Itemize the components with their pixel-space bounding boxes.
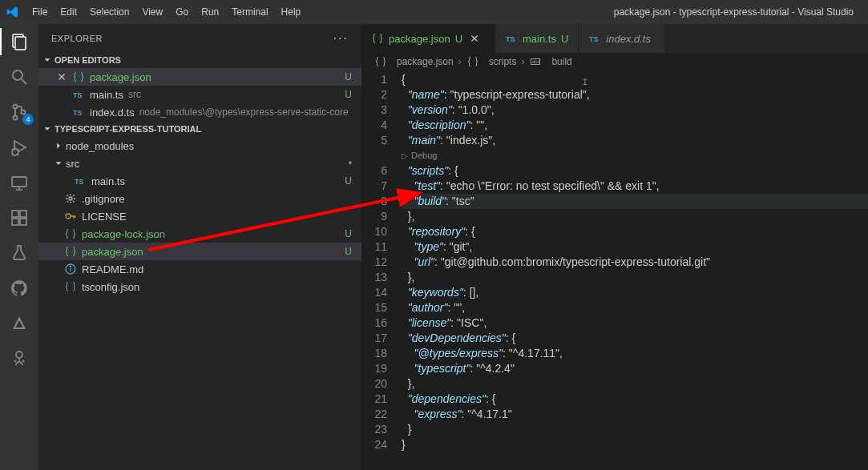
file-row[interactable]: LICENSE bbox=[38, 207, 361, 225]
code-line[interactable]: "url": "git@github.com:bromix/typescript… bbox=[402, 255, 868, 270]
breadcrumb-item[interactable]: build bbox=[551, 56, 571, 67]
close-icon[interactable] bbox=[56, 71, 67, 82]
editor-tab[interactable]: TS main.ts U bbox=[495, 24, 579, 53]
code-line[interactable]: "version": "1.0.0", bbox=[402, 102, 868, 118]
file-row[interactable]: package.json U bbox=[38, 243, 361, 260]
code-line[interactable]: "test": "echo \"Error: no test specified… bbox=[402, 179, 868, 194]
line-number: 17 bbox=[361, 331, 387, 346]
activity-source-control[interactable]: 4 bbox=[10, 102, 29, 122]
svg-point-29 bbox=[70, 266, 71, 267]
file-row[interactable]: package-lock.json U bbox=[38, 225, 361, 243]
file-row[interactable]: .gitignore bbox=[38, 190, 361, 207]
menu-selection[interactable]: Selection bbox=[83, 6, 135, 18]
code-line[interactable]: "main": "index.js", bbox=[402, 133, 868, 148]
file-name: package.json bbox=[82, 246, 143, 258]
open-editor-item[interactable]: package.json U bbox=[38, 68, 361, 86]
open-editor-item[interactable]: TS main.ts src U bbox=[38, 86, 361, 103]
menu-run[interactable]: Run bbox=[195, 6, 225, 18]
line-number: 2 bbox=[361, 87, 387, 102]
code-line[interactable]: "scripts": { bbox=[402, 163, 868, 179]
code-line[interactable]: { bbox=[402, 72, 868, 87]
code-line[interactable]: "name": "typescript-express-tutorial", bbox=[402, 87, 868, 102]
editor-tab[interactable]: TS index.d.ts bbox=[579, 24, 666, 53]
code-line[interactable]: "express": "^4.17.1" bbox=[402, 407, 868, 422]
ts-icon: TS bbox=[72, 106, 85, 119]
code-line[interactable]: }, bbox=[402, 376, 868, 392]
line-number: 9 bbox=[361, 209, 387, 224]
line-number: 7 bbox=[361, 179, 387, 194]
code-body[interactable]: { "name": "typescript-express-tutorial",… bbox=[402, 70, 868, 470]
code-line[interactable]: "type": "git", bbox=[402, 239, 868, 255]
breadcrumb-item[interactable]: package.json bbox=[397, 56, 454, 67]
breadcrumb-item[interactable]: scripts bbox=[489, 56, 517, 67]
svg-point-6 bbox=[22, 110, 26, 114]
activity-search[interactable] bbox=[10, 67, 29, 86]
ts-icon: TS bbox=[72, 88, 85, 101]
folder-row[interactable]: node_modules bbox=[38, 137, 361, 155]
code-line[interactable]: "keywords": [], bbox=[402, 285, 868, 300]
activity-remote[interactable] bbox=[10, 173, 29, 192]
folder-name: node_modules bbox=[66, 140, 134, 152]
code-line[interactable]: "@types/express": "^4.17.11", bbox=[402, 346, 868, 361]
code-line[interactable]: "description": "", bbox=[402, 118, 868, 133]
code-line[interactable]: "devDependencies": { bbox=[402, 331, 868, 346]
line-number: 12 bbox=[361, 255, 387, 270]
code-line[interactable]: }, bbox=[402, 209, 868, 224]
file-row[interactable]: tsconfig.json bbox=[38, 278, 361, 295]
activity-debug[interactable] bbox=[10, 138, 29, 157]
folder-row[interactable]: src • bbox=[38, 155, 361, 172]
explorer-title: EXPLORER bbox=[51, 34, 103, 43]
activity-extensions[interactable] bbox=[10, 208, 29, 227]
git-status: U bbox=[345, 89, 352, 100]
svg-rect-14 bbox=[20, 219, 26, 225]
file-name: package-lock.json bbox=[82, 228, 165, 240]
svg-point-4 bbox=[14, 105, 18, 109]
braces-icon bbox=[64, 227, 77, 240]
line-number: 24 bbox=[361, 437, 387, 452]
line-number: 4 bbox=[361, 118, 387, 133]
activity-explorer[interactable] bbox=[10, 32, 29, 51]
activity-tree[interactable] bbox=[10, 349, 29, 368]
menu-edit[interactable]: Edit bbox=[54, 6, 83, 18]
git-status: • bbox=[349, 159, 352, 168]
open-editors-section[interactable]: Open Editors bbox=[38, 52, 361, 68]
line-number: 16 bbox=[361, 315, 387, 331]
text-cursor-icon: 𝙸 bbox=[582, 74, 588, 90]
menu-help[interactable]: Help bbox=[275, 6, 308, 18]
file-row[interactable]: README.md bbox=[38, 260, 361, 278]
svg-point-16 bbox=[16, 351, 22, 358]
code-line[interactable]: "typescript": "^4.2.4" bbox=[402, 361, 868, 376]
code-line[interactable]: } bbox=[402, 422, 868, 437]
debug-codelens[interactable]: ▷Debug𝙸 bbox=[402, 148, 868, 163]
menu-go[interactable]: Go bbox=[169, 6, 195, 18]
file-row[interactable]: TS main.ts U bbox=[38, 172, 361, 190]
menu-view[interactable]: View bbox=[135, 6, 169, 18]
activity-azure[interactable] bbox=[10, 314, 29, 333]
open-editor-path: node_modules\@types\express-serve-static… bbox=[139, 106, 349, 118]
menu-terminal[interactable]: Terminal bbox=[225, 6, 274, 18]
code-line[interactable]: "dependencies": { bbox=[402, 392, 868, 407]
menu-file[interactable]: File bbox=[26, 6, 54, 18]
close-icon[interactable] bbox=[469, 33, 480, 44]
chevron-icon bbox=[53, 140, 64, 151]
code-line[interactable]: }, bbox=[402, 270, 868, 285]
svg-point-2 bbox=[13, 70, 22, 80]
info-icon bbox=[64, 263, 77, 275]
svg-text:abc: abc bbox=[532, 59, 540, 64]
breadcrumbs[interactable]: package.json›scripts›abcbuild bbox=[361, 53, 868, 70]
line-number: 5 bbox=[361, 133, 387, 148]
code-line[interactable]: "license": "ISC", bbox=[402, 315, 868, 331]
code-line[interactable]: "author": "", bbox=[402, 300, 868, 315]
project-section[interactable]: typescript-express-tutorial bbox=[38, 121, 361, 137]
svg-text:TS: TS bbox=[589, 35, 599, 43]
activity-github[interactable] bbox=[10, 279, 29, 298]
editor-tab[interactable]: package.json U bbox=[361, 24, 495, 53]
explorer-more-icon[interactable]: ··· bbox=[333, 31, 349, 46]
code-line[interactable]: "build": "tsc" bbox=[402, 194, 868, 209]
braces-icon bbox=[371, 32, 384, 45]
code-line[interactable]: "repository": { bbox=[402, 224, 868, 239]
svg-point-26 bbox=[66, 214, 71, 219]
code-line[interactable]: } bbox=[402, 437, 868, 452]
activity-testing[interactable] bbox=[10, 243, 29, 263]
open-editor-item[interactable]: TS index.d.ts node_modules\@types\expres… bbox=[38, 103, 361, 121]
